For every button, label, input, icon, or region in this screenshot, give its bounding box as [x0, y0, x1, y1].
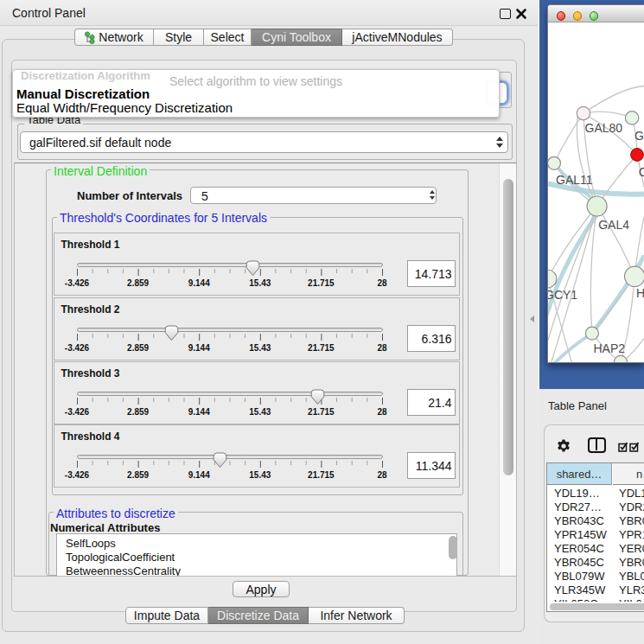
svg-text:GAL80: GAL80	[585, 121, 623, 135]
svg-text:GAL11: GAL11	[556, 173, 593, 187]
svg-text:GA: GA	[634, 129, 644, 143]
svg-text:HAP2: HAP2	[594, 341, 626, 355]
svg-text:H: H	[636, 286, 644, 300]
svg-text:CR: CR	[639, 165, 644, 179]
svg-text:GCY1: GCY1	[548, 288, 577, 302]
svg-text:GAL4: GAL4	[598, 218, 629, 232]
